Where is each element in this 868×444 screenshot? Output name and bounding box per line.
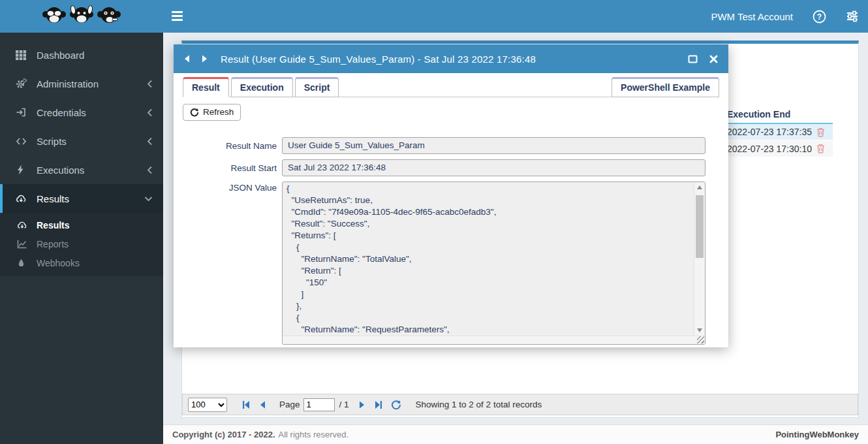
json-value-content: { "UseReturnAs": true, "CmdId": "7f49e09… (283, 182, 693, 336)
logo[interactable] (0, 0, 163, 33)
reload-table-button[interactable] (391, 400, 401, 410)
result-start-label: Result Start (183, 163, 282, 173)
tab-script[interactable]: Script (295, 77, 339, 97)
scroll-down-icon[interactable] (697, 328, 702, 332)
chevron-down-icon (144, 196, 153, 202)
execution-end-cell: 2022-07-23 17:37:35 (727, 127, 812, 137)
submenu-item-reports[interactable]: Reports (0, 234, 163, 253)
sidebar: Dashboard Administration Credentials Scr… (0, 33, 163, 444)
account-name[interactable]: PWM Test Account (711, 11, 793, 22)
chevron-left-icon (147, 80, 153, 88)
gears-icon (16, 78, 31, 89)
tab-execution[interactable]: Execution (231, 77, 293, 97)
page-total: / 1 (339, 400, 349, 409)
sidebar-item-label: Results (31, 193, 144, 204)
results-submenu: Results Reports Webhooks (0, 213, 163, 276)
delete-button[interactable] (816, 127, 825, 137)
column-header-execution-end[interactable]: Execution End (727, 109, 790, 119)
first-page-button[interactable] (241, 400, 251, 409)
last-page-button[interactable] (374, 400, 383, 409)
result-start-row: Result Start Sat Jul 23 2022 17:36:48 (183, 159, 719, 176)
topbar: PWM Test Account ? (0, 0, 868, 33)
menu-icon[interactable] (172, 11, 183, 21)
sidebar-item-label: Credentials (31, 107, 147, 118)
resize-grip[interactable] (697, 336, 704, 343)
close-icon[interactable] (709, 55, 718, 63)
submenu-item-results[interactable]: Results (0, 215, 163, 234)
code-icon (16, 136, 31, 146)
page-size-select[interactable]: 100 (188, 398, 227, 412)
brand-name: PointingWebMonkey (775, 430, 859, 439)
submenu-item-label: Reports (31, 239, 69, 249)
chevron-left-icon (147, 108, 153, 117)
sidebar-item-executions[interactable]: Executions (0, 155, 163, 184)
result-name-label: Result Name (183, 141, 282, 151)
maximize-icon[interactable] (688, 55, 698, 63)
cloud-download-icon (16, 194, 31, 204)
previous-result-button[interactable] (184, 55, 190, 63)
pagination-bar: 100 Page / 1 Showing 1 to 2 of 2 total r… (182, 394, 858, 415)
delete-button[interactable] (816, 144, 825, 153)
prev-page-button[interactable] (258, 400, 266, 409)
dialog-header: Result (User Guide 5_Sum_Values_Param) -… (174, 44, 728, 73)
result-dialog: Result (User Guide 5_Sum_Values_Param) -… (174, 44, 728, 347)
scroll-up-icon[interactable] (697, 185, 702, 189)
refresh-button[interactable]: Refresh (183, 104, 241, 121)
sign-in-icon (16, 107, 31, 118)
dialog-title: Result (User Guide 5_Sum_Values_Param) -… (221, 54, 688, 65)
page-label: Page (279, 400, 300, 409)
scrollbar-thumb[interactable] (696, 195, 704, 258)
json-value-textarea[interactable]: { "UseReturnAs": true, "CmdId": "7f49e09… (282, 182, 705, 345)
sidebar-item-administration[interactable]: Administration (0, 69, 163, 98)
next-page-button[interactable] (358, 400, 366, 409)
triangle-right-icon (202, 55, 208, 63)
settings-sliders-icon[interactable] (846, 10, 859, 23)
submenu-item-webhooks[interactable]: Webhooks (0, 253, 163, 272)
sidebar-item-results[interactable]: Results (0, 184, 163, 213)
tab-result[interactable]: Result (183, 77, 229, 97)
copyright-text: Copyright (c) 2017 - 2022.All rights res… (172, 430, 349, 439)
dashboard-grid-icon (16, 50, 31, 60)
refresh-icon (190, 108, 199, 117)
result-name-field[interactable]: User Guide 5_Sum_Values_Param (282, 137, 705, 154)
sidebar-item-dashboard[interactable]: Dashboard (0, 40, 163, 69)
submenu-item-label: Webhooks (31, 258, 80, 268)
copyright-years: Copyright (c) 2017 - 2022. (172, 430, 275, 439)
page-number-input[interactable] (303, 398, 335, 411)
vertical-scrollbar[interactable] (694, 182, 705, 336)
json-value-label: JSON Value (183, 182, 282, 193)
bolt-icon (16, 165, 31, 175)
trash-icon (816, 144, 825, 153)
records-summary: Showing 1 to 2 of 2 total records (416, 400, 542, 409)
sidebar-item-label: Administration (31, 78, 147, 89)
horizontal-scrollbar[interactable] (283, 336, 705, 344)
sidebar-item-label: Executions (31, 165, 147, 176)
result-start-field[interactable]: Sat Jul 23 2022 17:36:48 (282, 159, 705, 176)
submenu-item-label: Results (31, 220, 70, 230)
svg-text:?: ? (817, 12, 822, 22)
execution-end-cell: 2022-07-23 17:30:10 (727, 144, 812, 154)
result-name-row: Result Name User Guide 5_Sum_Values_Para… (183, 137, 719, 154)
chevron-left-icon (147, 166, 153, 174)
rights-text: All rights reserved. (279, 430, 349, 439)
trash-icon (816, 127, 825, 137)
refresh-button-label: Refresh (203, 107, 234, 117)
sidebar-item-credentials[interactable]: Credentials (0, 98, 163, 127)
cloud-download-icon (17, 221, 31, 230)
sidebar-item-label: Scripts (31, 136, 147, 147)
json-value-row: JSON Value { "UseReturnAs": true, "CmdId… (183, 182, 719, 345)
next-result-button[interactable] (202, 55, 208, 63)
footer: Copyright (c) 2017 - 2022.All rights res… (163, 424, 868, 444)
chart-line-icon (17, 239, 31, 249)
sidebar-item-scripts[interactable]: Scripts (0, 127, 163, 155)
three-monkeys-logo-icon (40, 5, 123, 28)
tab-powershell-example[interactable]: PowerShell Example (612, 77, 719, 97)
chevron-left-icon (147, 137, 153, 146)
refresh-icon (391, 400, 401, 410)
sidebar-item-label: Dashboard (31, 50, 153, 61)
dialog-tabs: Result Execution Script PowerShell Examp… (183, 77, 719, 97)
help-icon[interactable]: ? (813, 10, 826, 24)
droplet-icon (17, 258, 31, 268)
dialog-body: Result Execution Script PowerShell Examp… (174, 73, 728, 345)
triangle-left-icon (184, 55, 190, 63)
